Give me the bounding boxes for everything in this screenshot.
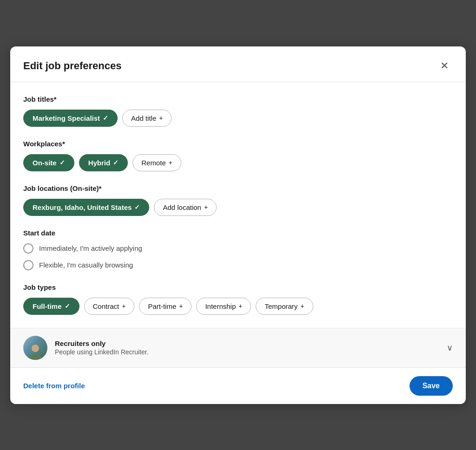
chip-add-location[interactable]: Add location + [154, 199, 217, 216]
modal-header: Edit job preferences ✕ [10, 46, 466, 82]
workplaces-section: Workplaces* On-site ✓ Hybrid ✓ Remote + [23, 140, 453, 171]
radio-label-flexible: Flexible, I'm casually browsing [39, 261, 133, 269]
modal-footer: Delete from profile Save [10, 367, 466, 404]
job-types-label: Job types [23, 283, 453, 291]
svg-point-1 [29, 354, 41, 360]
plus-icon: + [179, 302, 183, 310]
job-locations-chips: Rexburg, Idaho, United States ✓ Add loca… [23, 199, 453, 216]
job-types-section: Job types Full-time ✓ Contract + Part-ti… [23, 283, 453, 315]
job-titles-label: Job titles* [23, 95, 453, 103]
chip-label: Add location [163, 203, 201, 211]
plus-icon: + [204, 203, 208, 211]
job-types-chips: Full-time ✓ Contract + Part-time + Inter… [23, 298, 453, 315]
delete-from-profile-button[interactable]: Delete from profile [23, 382, 85, 390]
avatar [23, 336, 47, 360]
recruiter-info: Recruiters only People using LinkedIn Re… [55, 339, 439, 356]
chip-remote[interactable]: Remote + [132, 154, 181, 171]
workplaces-label: Workplaces* [23, 140, 453, 148]
chip-label: Hybrid [88, 159, 111, 167]
check-icon: ✓ [103, 114, 108, 122]
recruiter-subtitle: People using LinkedIn Recruiter. [55, 348, 439, 356]
start-date-section: Start date Immediately, I'm actively app… [23, 229, 453, 270]
svg-point-0 [32, 345, 39, 352]
radio-flexible[interactable]: Flexible, I'm casually browsing [23, 260, 453, 270]
chip-hybrid[interactable]: Hybrid ✓ [79, 154, 128, 171]
chevron-down-icon[interactable]: ∨ [447, 343, 453, 353]
check-icon: ✓ [134, 203, 140, 211]
plus-icon: + [159, 114, 163, 122]
chip-label: Internship [205, 302, 236, 310]
modal-title: Edit job preferences [23, 60, 122, 72]
check-icon: ✓ [65, 302, 70, 310]
edit-job-preferences-modal: Edit job preferences ✕ Job titles* Marke… [10, 46, 466, 404]
chip-marketing-specialist[interactable]: Marketing Specialist ✓ [23, 110, 118, 127]
close-icon: ✕ [440, 61, 449, 71]
chip-label: Contract [93, 302, 119, 310]
plus-icon: + [122, 302, 126, 310]
plus-icon: + [238, 302, 242, 310]
chip-full-time[interactable]: Full-time ✓ [23, 298, 79, 315]
recruiter-title: Recruiters only [55, 339, 439, 347]
chip-onsite[interactable]: On-site ✓ [23, 154, 74, 171]
avatar-image [26, 342, 44, 360]
radio-circle-immediately [23, 243, 33, 254]
recruiter-bar[interactable]: Recruiters only People using LinkedIn Re… [10, 328, 466, 367]
chip-label: On-site [33, 159, 57, 167]
start-date-label: Start date [23, 229, 453, 237]
save-button[interactable]: Save [410, 376, 453, 396]
close-button[interactable]: ✕ [436, 58, 453, 74]
radio-immediately[interactable]: Immediately, I'm actively applying [23, 243, 453, 254]
plus-icon: + [300, 302, 304, 310]
radio-circle-flexible [23, 260, 33, 270]
check-icon: ✓ [60, 159, 65, 166]
chip-temporary[interactable]: Temporary + [256, 298, 313, 315]
chip-label: Marketing Specialist [33, 114, 100, 122]
plus-icon: + [169, 159, 172, 166]
chip-label: Full-time [33, 302, 62, 310]
chip-label: Part-time [148, 302, 176, 310]
chip-label: Rexburg, Idaho, United States [33, 203, 132, 211]
chip-rexburg[interactable]: Rexburg, Idaho, United States ✓ [23, 199, 149, 216]
workplaces-chips: On-site ✓ Hybrid ✓ Remote + [23, 154, 453, 171]
chip-label: Add title [131, 114, 156, 122]
radio-label-immediately: Immediately, I'm actively applying [39, 244, 142, 252]
check-icon: ✓ [113, 159, 119, 166]
chip-part-time[interactable]: Part-time + [139, 298, 192, 315]
chip-label: Temporary [264, 302, 298, 310]
chip-label: Remote [141, 159, 166, 167]
chip-internship[interactable]: Internship + [196, 298, 251, 315]
modal-body: Job titles* Marketing Specialist ✓ Add t… [10, 82, 466, 315]
job-titles-section: Job titles* Marketing Specialist ✓ Add t… [23, 95, 453, 127]
start-date-options: Immediately, I'm actively applying Flexi… [23, 243, 453, 270]
job-titles-chips: Marketing Specialist ✓ Add title + [23, 110, 453, 127]
job-locations-label: Job locations (On-site)* [23, 184, 453, 192]
job-locations-section: Job locations (On-site)* Rexburg, Idaho,… [23, 184, 453, 216]
chip-contract[interactable]: Contract + [84, 298, 135, 315]
chip-add-title[interactable]: Add title + [122, 110, 172, 127]
